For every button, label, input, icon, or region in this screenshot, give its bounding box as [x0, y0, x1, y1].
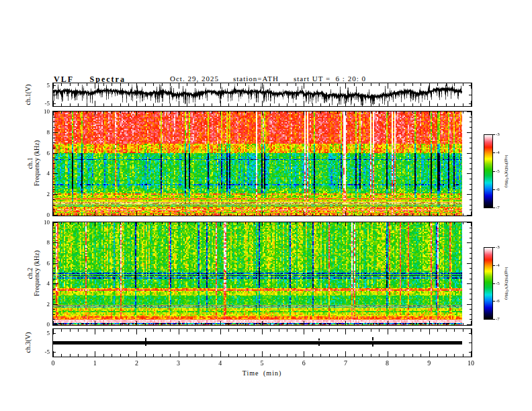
tick-label: 3 [173, 359, 184, 367]
ch1-spectrogram-ylabel: ch.1Frequency (kHz) [27, 140, 40, 186]
tick-label: 0 [48, 359, 58, 367]
colorbar-tick [493, 189, 495, 190]
colorbar-tick [493, 265, 495, 266]
tick-label: -5 [496, 281, 500, 286]
tick-label: 6 [298, 359, 309, 367]
tick-label: 10 [466, 359, 476, 367]
colorbar-ch2-label: log(PSD)(V²/Hz) [504, 267, 509, 300]
ch2-spectrogram-ylabel: ch.2Frequency (kHz) [27, 250, 40, 296]
x-axis-label: Time (min) [242, 369, 281, 377]
tick-label: -7 [496, 316, 500, 322]
tick-label: 9 [424, 359, 435, 367]
colorbar-tick [493, 319, 495, 320]
ch1-spectrogram-canvas [53, 111, 472, 216]
tick-label: 4 [215, 359, 226, 367]
tick-label: 8 [30, 239, 50, 246]
ch3-waveform-canvas [53, 329, 472, 357]
tick-label: -7 [496, 205, 500, 210]
ch1-waveform-canvas [53, 83, 472, 106]
tick-label: 5 [30, 330, 50, 336]
tick-label: -5 [30, 100, 50, 107]
tick-label: -4 [496, 263, 500, 268]
ch1-waveform-panel [52, 83, 472, 107]
colorbar-ch1-label: log(PSD)(V²/Hz) [504, 155, 509, 187]
ch1-spectrogram-panel [52, 111, 472, 216]
station-label: station=ATH [233, 75, 279, 83]
vlf-spectra-figure: VLF Spectra Oct. 29, 2025 station=ATH st… [0, 0, 532, 411]
ylabel-line: Frequency (kHz) [33, 140, 40, 186]
start-ut-label: start UT = 6 : 20: 0 [294, 75, 366, 83]
tick-label: -5 [496, 169, 500, 174]
ch3-waveform-ylabel: ch.3(V) [25, 332, 32, 353]
ylabel-line: Frequency (kHz) [33, 250, 40, 296]
tick-label: -6 [496, 298, 500, 304]
colorbar-tick [493, 247, 495, 248]
tick-label: 2 [30, 301, 50, 308]
tick-label: 1 [89, 359, 100, 367]
tick-label: 5 [30, 82, 50, 89]
colorbar-tick [493, 134, 495, 135]
ch2-spectrogram-panel [52, 222, 472, 326]
colorbar-ch1 [484, 134, 493, 208]
ch2-spectrogram-canvas [53, 222, 472, 325]
tick-label: -4 [496, 150, 500, 155]
colorbar-tick [493, 152, 495, 153]
tick-label: -3 [496, 244, 500, 250]
colorbar-tick [493, 208, 495, 208]
colorbar-tick [493, 283, 495, 284]
tick-label: 10 [30, 219, 50, 226]
figure-date: Oct. 29, 2025 [170, 75, 219, 83]
tick-label: 0 [30, 321, 50, 328]
tick-label: 7 [340, 359, 351, 367]
tick-label: -3 [496, 132, 500, 137]
tick-label: 2 [131, 359, 142, 367]
colorbar-tick [493, 301, 495, 302]
ch3-waveform-panel [52, 328, 472, 357]
tick-label: -5 [30, 349, 50, 355]
tick-label: 8 [30, 129, 50, 136]
tick-label: 2 [30, 191, 50, 197]
tick-label: 8 [382, 359, 393, 367]
colorbar-tick [493, 171, 495, 172]
tick-label: -6 [496, 187, 500, 192]
tick-label: 0 [30, 212, 50, 218]
ch1-waveform-ylabel: ch.1(V) [25, 85, 32, 105]
colorbar-ch2 [484, 247, 493, 320]
tick-label: 5 [257, 359, 267, 367]
tick-label: 10 [30, 108, 50, 115]
